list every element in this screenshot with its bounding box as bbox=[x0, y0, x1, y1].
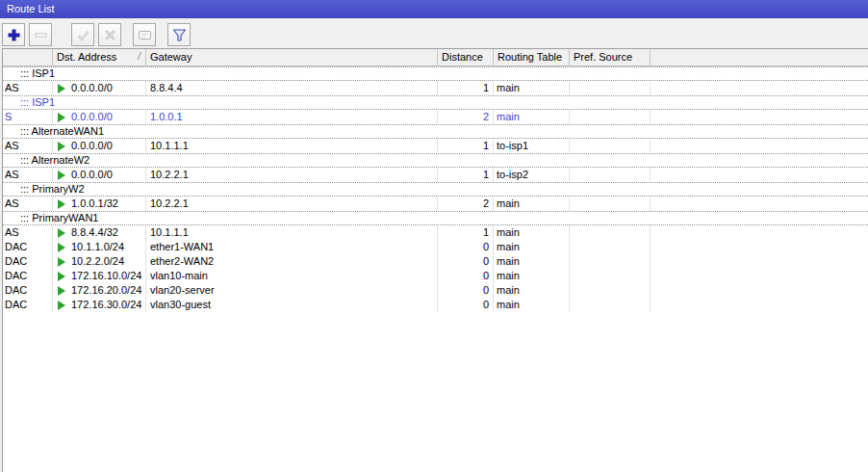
dst-address-value: 172.16.20.0/24 bbox=[71, 283, 141, 298]
gateway-cell: ether2-WAN2 bbox=[146, 254, 438, 269]
active-route-icon bbox=[58, 228, 65, 238]
column-header-pref-source[interactable]: Pref. Source bbox=[570, 49, 651, 66]
route-list-window: Route List bbox=[0, 0, 868, 472]
route-list: Dst. Address / Gateway Distance Routing … bbox=[2, 48, 868, 472]
column-header-flags[interactable] bbox=[3, 49, 53, 66]
routing-table-cell: main bbox=[494, 225, 570, 240]
cross-icon bbox=[103, 28, 117, 42]
active-route-icon bbox=[58, 301, 65, 310]
dst-address-cell: 8.8.4.4/32 bbox=[53, 225, 146, 240]
table-row[interactable]: DAC10.1.1.0/24ether1-WAN10main bbox=[3, 240, 868, 254]
title-bar[interactable]: Route List bbox=[0, 0, 868, 18]
blank-cell bbox=[651, 139, 868, 153]
routing-table-cell: main bbox=[494, 298, 570, 312]
blank-cell bbox=[651, 197, 868, 211]
distance-cell: 0 bbox=[438, 254, 494, 269]
comment-row[interactable]: ::: AlternateW2 bbox=[3, 153, 868, 168]
pref-source-cell bbox=[570, 168, 651, 182]
active-route-icon bbox=[58, 257, 65, 267]
check-icon bbox=[76, 28, 90, 42]
pref-source-cell bbox=[570, 110, 651, 124]
dst-address-value: 0.0.0.0/0 bbox=[71, 168, 113, 182]
gateway-cell: 10.1.1.1 bbox=[146, 225, 438, 240]
comment-row[interactable]: ::: ISP1 bbox=[3, 95, 868, 110]
column-header-gateway[interactable]: Gateway bbox=[146, 49, 438, 66]
add-button[interactable] bbox=[2, 23, 25, 46]
blank-cell bbox=[651, 240, 868, 254]
column-header-distance[interactable]: Distance bbox=[438, 49, 494, 66]
routing-table-cell: main bbox=[494, 81, 570, 95]
column-header-blank bbox=[651, 49, 868, 66]
comment-row[interactable]: ::: PrimaryWAN1 bbox=[3, 211, 868, 225]
table-row[interactable]: DAC10.2.2.0/24ether2-WAN20main bbox=[3, 254, 868, 269]
gateway-cell: 8.8.4.4 bbox=[146, 81, 438, 95]
gateway-cell: 10.1.1.1 bbox=[146, 139, 438, 153]
gateway-cell: ether1-WAN1 bbox=[146, 240, 438, 254]
table-row[interactable]: DAC172.16.20.0/24vlan20-server0main bbox=[3, 283, 868, 298]
pref-source-cell bbox=[570, 269, 651, 283]
routing-table-cell: main bbox=[494, 283, 570, 298]
flags-cell: AS bbox=[3, 168, 53, 182]
plus-icon bbox=[7, 28, 21, 42]
blank-cell bbox=[651, 254, 868, 269]
column-header-dst-address[interactable]: Dst. Address / bbox=[53, 49, 146, 66]
gateway-cell: vlan30-guest bbox=[146, 298, 438, 312]
routing-table-cell: to-isp2 bbox=[494, 168, 570, 182]
gateway-cell: 10.2.2.1 bbox=[146, 168, 438, 182]
gateway-cell: 1.0.0.1 bbox=[146, 110, 438, 124]
table-row[interactable]: AS0.0.0.0/010.2.2.11to-isp2 bbox=[3, 168, 868, 182]
dst-address-value: 0.0.0.0/0 bbox=[71, 139, 113, 153]
active-route-icon bbox=[58, 84, 65, 93]
gateway-cell: vlan20-server bbox=[146, 283, 438, 298]
enable-button[interactable] bbox=[71, 23, 94, 46]
pref-source-cell bbox=[570, 81, 651, 95]
distance-cell: 1 bbox=[438, 139, 494, 153]
routing-table-cell: to-isp1 bbox=[494, 139, 570, 153]
dst-address-cell: 10.1.1.0/24 bbox=[53, 240, 146, 254]
table-row[interactable]: S0.0.0.0/01.0.0.12main bbox=[3, 110, 868, 124]
table-row[interactable]: AS0.0.0.0/010.1.1.11to-isp1 bbox=[3, 139, 868, 153]
routing-table-cell: main bbox=[494, 240, 570, 254]
active-route-icon bbox=[58, 272, 65, 281]
flags-cell: DAC bbox=[3, 240, 53, 254]
gateway-cell: 10.2.2.1 bbox=[146, 197, 438, 211]
routing-table-cell: main bbox=[494, 254, 570, 269]
active-route-icon bbox=[58, 286, 65, 296]
flags-cell: AS bbox=[3, 81, 53, 95]
distance-cell: 1 bbox=[438, 225, 494, 240]
blank-cell bbox=[651, 225, 868, 240]
dst-address-cell: 172.16.30.0/24 bbox=[53, 298, 146, 312]
distance-cell: 0 bbox=[438, 283, 494, 298]
blank-cell bbox=[651, 283, 868, 298]
active-route-icon bbox=[58, 243, 65, 252]
flags-cell: S bbox=[3, 110, 53, 124]
blank-cell bbox=[651, 168, 868, 182]
remove-button[interactable] bbox=[29, 23, 52, 46]
routing-table-cell: main bbox=[494, 110, 570, 124]
table-row[interactable]: AS1.0.0.1/3210.2.2.12main bbox=[3, 197, 868, 211]
pref-source-cell bbox=[570, 197, 651, 211]
pref-source-cell bbox=[570, 139, 651, 153]
flags-cell: DAC bbox=[3, 269, 53, 283]
table-row[interactable]: DAC172.16.30.0/24vlan30-guest0main bbox=[3, 298, 868, 312]
dst-address-value: 10.1.1.0/24 bbox=[71, 240, 124, 254]
filter-button[interactable] bbox=[167, 23, 191, 46]
blank-cell bbox=[651, 298, 868, 312]
column-header-routing-table[interactable]: Routing Table bbox=[494, 49, 570, 66]
comment-row[interactable]: ::: AlternateWAN1 bbox=[3, 124, 868, 139]
dst-address-value: 0.0.0.0/0 bbox=[71, 81, 113, 95]
comment-row[interactable]: ::: PrimaryW2 bbox=[3, 182, 868, 197]
disable-button[interactable] bbox=[98, 23, 121, 46]
dst-address-value: 8.8.4.4/32 bbox=[71, 225, 118, 240]
gateway-cell: vlan10-main bbox=[146, 269, 438, 283]
distance-cell: 0 bbox=[438, 269, 494, 283]
comment-button[interactable] bbox=[133, 23, 156, 46]
table-row[interactable]: AS0.0.0.0/08.8.4.41main bbox=[3, 81, 868, 95]
comment-row[interactable]: ::: ISP1 bbox=[3, 66, 868, 81]
active-route-icon bbox=[58, 113, 65, 122]
dst-address-value: 172.16.10.0/24 bbox=[71, 269, 141, 283]
table-row[interactable]: DAC172.16.10.0/24vlan10-main0main bbox=[3, 269, 868, 283]
comment-icon bbox=[138, 28, 152, 42]
flags-cell: DAC bbox=[3, 254, 53, 269]
table-row[interactable]: AS8.8.4.4/3210.1.1.11main bbox=[3, 225, 868, 240]
